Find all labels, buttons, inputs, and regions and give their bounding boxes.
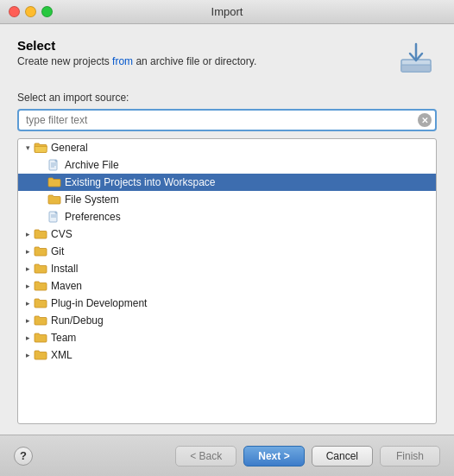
subtitle-highlight: from [112, 55, 133, 67]
tree-item-maven[interactable]: Maven [18, 277, 436, 295]
folder-icon-xml [34, 349, 47, 361]
folder-icon-team [34, 332, 47, 344]
arrow-cvs [22, 228, 34, 240]
back-button[interactable]: < Back [175, 446, 236, 466]
page-title: Select [17, 38, 256, 53]
close-button[interactable] [9, 6, 20, 17]
tree-item-general-label: General [51, 142, 88, 154]
tree-item-existing-projects[interactable]: Existing Projects into Workspace [18, 174, 436, 191]
tree-item-existing-label: Existing Projects into Workspace [65, 176, 216, 188]
file-icon-prefs [47, 211, 61, 223]
arrow-maven [22, 280, 34, 292]
folder-icon-existing [47, 176, 61, 188]
footer-left: ? [14, 447, 33, 466]
import-icon [395, 38, 437, 79]
tree-item-file-system[interactable]: File System [18, 191, 436, 208]
folder-icon-git [34, 245, 47, 257]
subtitle-after: an archive file or directory. [133, 55, 256, 67]
footer: ? < Back Next > Cancel Finish [0, 435, 454, 476]
tree-item-plugin-label: Plug-in Development [51, 297, 147, 309]
arrow-team [22, 332, 34, 344]
source-label: Select an import source: [17, 92, 437, 104]
folder-icon-filesystem [47, 194, 61, 206]
tree-item-git-label: Git [51, 245, 64, 257]
tree-container[interactable]: General Archive File Existing Projects i… [17, 138, 437, 424]
tree-item-preferences[interactable]: Preferences [18, 208, 436, 225]
folder-icon-plugin [34, 297, 47, 309]
folder-icon-maven [34, 280, 47, 292]
minimize-button[interactable] [25, 6, 36, 17]
tree-item-maven-label: Maven [51, 280, 82, 292]
arrow-install [22, 263, 34, 275]
tree-item-run-debug[interactable]: Run/Debug [18, 312, 436, 329]
tree-item-archive-label: Archive File [65, 159, 119, 171]
arrow-git [22, 245, 34, 257]
tree-item-install-label: Install [51, 263, 78, 275]
svg-rect-1 [401, 65, 431, 72]
folder-icon-rundebug [34, 314, 47, 327]
tree-item-xml[interactable]: XML [18, 346, 436, 364]
subtitle-before: Create new projects [17, 55, 112, 67]
search-container: ✕ [17, 109, 437, 131]
maximize-button[interactable] [41, 6, 53, 17]
tree-item-xml-label: XML [51, 349, 73, 361]
tree-item-team-label: Team [51, 332, 76, 344]
arrow-xml [22, 349, 34, 361]
folder-icon-install [34, 263, 47, 275]
tree-item-plugin-dev[interactable]: Plug-in Development [18, 295, 436, 312]
search-input[interactable] [17, 109, 437, 131]
tree-item-cvs-label: CVS [51, 228, 73, 240]
folder-icon-cvs [34, 228, 47, 240]
footer-buttons: < Back Next > Cancel Finish [175, 446, 440, 466]
tree-item-cvs[interactable]: CVS [18, 225, 436, 243]
tree-item-git[interactable]: Git [18, 243, 436, 260]
main-content: Select Create new projects from an archi… [0, 24, 454, 435]
search-clear-button[interactable]: ✕ [418, 113, 432, 127]
arrow-general [22, 142, 34, 154]
window-title: Import [211, 5, 243, 18]
folder-open-icon [34, 142, 47, 154]
arrow-plugin [22, 297, 34, 309]
tree-item-prefs-label: Preferences [65, 211, 121, 223]
titlebar-buttons [9, 6, 53, 17]
header-text: Select Create new projects from an archi… [17, 38, 256, 67]
cancel-button[interactable]: Cancel [312, 446, 373, 466]
page-subtitle: Create new projects from an archive file… [17, 55, 256, 67]
file-icon [47, 159, 61, 171]
tree-item-team[interactable]: Team [18, 329, 436, 346]
tree-item-filesystem-label: File System [65, 194, 119, 206]
tree-item-archive-file[interactable]: Archive File [18, 156, 436, 174]
arrow-rundebug [22, 314, 34, 327]
titlebar: Import [0, 0, 454, 24]
help-button[interactable]: ? [14, 447, 33, 466]
tree-item-rundebug-label: Run/Debug [51, 314, 104, 327]
tree-item-general[interactable]: General [18, 139, 436, 156]
tree-item-install[interactable]: Install [18, 260, 436, 277]
next-button[interactable]: Next > [243, 446, 304, 466]
finish-button[interactable]: Finish [380, 446, 440, 466]
header: Select Create new projects from an archi… [17, 38, 437, 79]
